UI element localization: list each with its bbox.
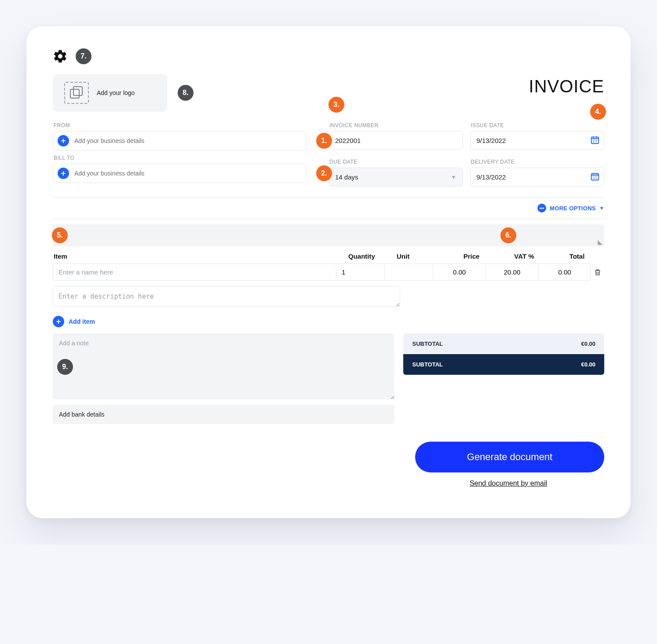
billto-label: BILL TO — [54, 155, 307, 161]
col-vat: VAT % — [498, 252, 551, 260]
subtotal-value: €0.00 — [581, 340, 595, 347]
annotation-badge-5: 5. — [52, 227, 68, 243]
dots-icon: ••• — [537, 204, 546, 212]
issue-date-label: ISSUE DATE — [471, 122, 605, 128]
grandtotal-label: SUBTOTAL — [412, 361, 443, 368]
col-unit: Unit — [397, 252, 445, 260]
page-title: INVOICE — [529, 77, 604, 96]
issue-date-input[interactable] — [470, 131, 605, 150]
billto-details-button[interactable]: + — [53, 164, 307, 183]
item-description-input[interactable] — [53, 286, 400, 307]
annotation-badge-2: 2. — [316, 165, 332, 181]
due-date-value: 14 days — [335, 173, 358, 181]
item-total-input[interactable] — [538, 263, 591, 281]
invoice-number-input[interactable] — [328, 131, 463, 150]
delivery-date-input[interactable] — [470, 168, 605, 187]
svg-rect-0 — [70, 89, 79, 98]
sender-recipient-column: FROM + 1. BILL TO + 2. — [53, 118, 307, 187]
items-title-bar[interactable]: 5. 6. ◢ — [53, 224, 604, 246]
invoice-number-label: INVOICE NUMBER — [329, 122, 463, 128]
plus-icon: + — [53, 316, 64, 327]
annotation-badge-9: 9. — [57, 359, 73, 375]
annotation-badge-3: 3. — [328, 97, 344, 113]
gear-icon[interactable] — [53, 49, 68, 64]
col-total: Total — [551, 252, 603, 260]
note-textarea[interactable] — [53, 333, 394, 399]
divider — [53, 219, 604, 219]
logo-area: Add your logo 8. — [53, 74, 167, 112]
chevron-down-icon: ▼ — [599, 205, 604, 211]
plus-icon: + — [58, 135, 69, 146]
due-date-label: DUE DATE — [329, 159, 463, 165]
generate-document-button[interactable]: Generate document — [415, 442, 604, 472]
add-logo-button[interactable]: Add your logo — [53, 74, 167, 112]
topbar: 7. — [53, 48, 604, 64]
plus-icon: + — [58, 168, 69, 179]
totals-panel: SUBTOTAL €0.00 SUBTOTAL €0.00 — [403, 333, 604, 375]
item-unit-input[interactable] — [384, 263, 433, 281]
add-bank-details-button[interactable]: Add bank details — [53, 405, 394, 424]
more-options-label: MORE OPTIONS — [550, 205, 596, 212]
footer-row: 9. SUBTOTAL €0.00 SUBTOTAL €0.00 — [53, 333, 604, 399]
actions: Generate document Send document by email — [53, 442, 604, 487]
resize-handle-icon[interactable]: ◢ — [598, 238, 602, 245]
item-row — [53, 263, 604, 281]
divider — [53, 197, 604, 198]
grandtotal-row: SUBTOTAL €0.00 — [403, 354, 604, 375]
from-input[interactable] — [73, 137, 302, 145]
grandtotal-value: €0.00 — [581, 361, 595, 368]
annotation-badge-7: 7. — [76, 48, 91, 64]
document-meta-column: 3. 4. INVOICE NUMBER ISSUE DATE — [328, 118, 604, 187]
annotation-badge-8: 8. — [178, 85, 193, 101]
col-item: Item — [54, 252, 348, 260]
svg-rect-1 — [73, 87, 82, 95]
invoice-editor-card: 7. Add your logo 8. INVOICE FROM — [26, 26, 631, 518]
from-details-button[interactable]: + — [53, 131, 307, 150]
subtotal-row: SUBTOTAL €0.00 — [403, 333, 604, 354]
delivery-date-label: DELIVERY DATE — [471, 159, 605, 165]
from-label: FROM — [54, 122, 307, 128]
annotation-badge-6: 6. — [500, 227, 516, 243]
item-price-input[interactable] — [433, 263, 485, 281]
annotation-badge-1: 1. — [316, 133, 332, 149]
more-options-button[interactable]: ••• MORE OPTIONS ▼ — [537, 204, 604, 212]
items-header: Item Quantity Unit Price VAT % Total — [53, 246, 604, 263]
main-fields: FROM + 1. BILL TO + 2. 3. 4. — [53, 118, 604, 187]
item-quantity-input[interactable] — [336, 263, 384, 281]
add-item-label: Add item — [69, 318, 95, 325]
subtotal-label: SUBTOTAL — [412, 340, 443, 347]
item-vat-input[interactable] — [485, 263, 538, 281]
add-logo-label: Add your logo — [97, 89, 135, 96]
annotation-badge-4: 4. — [590, 104, 606, 120]
add-item-button[interactable]: + Add item — [53, 316, 604, 327]
due-date-select[interactable]: 14 days ▼ — [328, 168, 463, 187]
col-quantity: Quantity — [348, 252, 397, 260]
send-by-email-link[interactable]: Send document by email — [470, 479, 547, 487]
col-price: Price — [445, 252, 498, 260]
logo-placeholder-icon — [64, 82, 89, 104]
trash-icon[interactable] — [591, 268, 604, 276]
billto-input[interactable] — [73, 169, 302, 177]
item-name-input[interactable] — [53, 263, 336, 281]
chevron-down-icon: ▼ — [451, 174, 456, 180]
